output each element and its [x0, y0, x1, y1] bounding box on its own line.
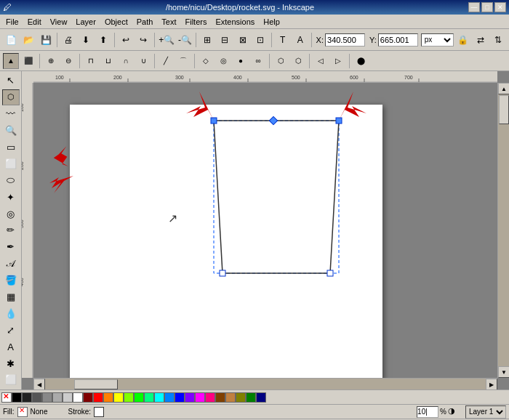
calligraphy-tool[interactable]: 𝒜	[2, 256, 20, 272]
x-input[interactable]	[325, 33, 365, 47]
color-yellow-green[interactable]	[124, 392, 134, 403]
horizontal-scrollbar[interactable]: ◀ ▶	[33, 378, 497, 389]
color-cyan[interactable]	[154, 392, 164, 403]
open-button[interactable]: 📂	[20, 31, 36, 49]
stroke-indicator[interactable]	[94, 407, 104, 417]
menu-item-help[interactable]: Help	[259, 16, 284, 28]
scroll-thumb-vertical[interactable]	[499, 95, 509, 124]
tweak-tool[interactable]: 〰	[2, 106, 20, 122]
undo-button[interactable]: ↩	[118, 31, 134, 49]
break-nodes-button[interactable]: ⊔	[100, 53, 116, 69]
delete-segment-button[interactable]: ∪	[135, 53, 151, 69]
spray-tool[interactable]: ✱	[2, 355, 20, 371]
redo-button[interactable]: ↪	[135, 31, 151, 49]
tb-icon-2[interactable]: ⊟	[217, 31, 233, 49]
eraser-tool[interactable]: ⬜	[2, 372, 20, 388]
tb-icon-4[interactable]: ⊡	[252, 31, 268, 49]
scroll-up-button[interactable]: ▲	[498, 83, 509, 94]
join-nodes-button[interactable]: ⊓	[83, 53, 99, 69]
color-gray1[interactable]	[22, 392, 32, 403]
fill-indicator[interactable]: ✕	[17, 407, 28, 417]
auto-smooth-button[interactable]: ∞	[250, 53, 266, 69]
color-gray5[interactable]	[63, 392, 73, 403]
lock-ratio-button[interactable]: 🔒	[455, 31, 471, 49]
zoom-in-button[interactable]: +🔍	[158, 31, 175, 49]
scroll-left-button[interactable]: ◀	[33, 379, 45, 389]
symmetric-node-button[interactable]: ●	[233, 53, 249, 69]
retract-button[interactable]: ◁	[313, 53, 329, 69]
curved-seg-button[interactable]: ⌒	[175, 53, 191, 69]
color-teal[interactable]	[144, 392, 154, 403]
scroll-track-vertical[interactable]	[498, 94, 509, 366]
tb-icon-1[interactable]: ⊞	[199, 31, 215, 49]
color-magenta[interactable]	[195, 392, 205, 403]
eyedropper-tool[interactable]: 💧	[2, 305, 20, 321]
node-select-all-button[interactable]: ⬛	[20, 53, 36, 69]
menu-item-edit[interactable]: Edit	[23, 16, 46, 28]
color-navy[interactable]	[256, 392, 266, 403]
color-yellow[interactable]	[113, 392, 124, 403]
color-red[interactable]	[93, 392, 103, 403]
zoom-tool[interactable]: 🔍	[2, 123, 20, 139]
color-orange[interactable]	[103, 392, 113, 403]
text-tool[interactable]: A	[2, 339, 20, 355]
color-tan[interactable]	[225, 392, 236, 403]
save-button[interactable]: 💾	[38, 31, 54, 49]
menu-item-filters[interactable]: Filters	[181, 16, 212, 28]
color-purple[interactable]	[185, 392, 195, 403]
flip-h-button[interactable]: ⇄	[473, 31, 489, 49]
canvas-area[interactable]: 100 200 300 400 500 600 700 100 200	[22, 71, 509, 389]
menu-item-path[interactable]: Path	[132, 16, 158, 28]
color-black[interactable]	[12, 392, 22, 403]
flip-v-button[interactable]: ⇅	[490, 31, 506, 49]
minimize-button[interactable]: —	[468, 2, 480, 12]
ellipse-tool[interactable]: ⬭	[2, 172, 20, 188]
tb-icon-6[interactable]: A	[292, 31, 308, 49]
opacity-input[interactable]	[417, 406, 438, 418]
align-v-button[interactable]: ⬡	[290, 53, 306, 69]
align-h-button[interactable]: ⬡	[273, 53, 289, 69]
scroll-down-button[interactable]: ▼	[498, 366, 509, 378]
shape-canvas[interactable]: ↗	[33, 83, 497, 378]
node-select-button[interactable]: ▲	[3, 53, 19, 69]
color-gray4[interactable]	[52, 392, 63, 403]
bucket-tool[interactable]: 🪣	[2, 272, 20, 288]
color-gray3[interactable]	[42, 392, 52, 403]
new-button[interactable]: 📄	[3, 31, 19, 49]
scroll-track-horizontal[interactable]	[45, 379, 486, 389]
menu-item-view[interactable]: View	[46, 16, 72, 28]
connector-tool[interactable]: ⤢	[2, 322, 20, 338]
print-button[interactable]: 🖨	[60, 31, 76, 49]
color-green[interactable]	[134, 392, 144, 403]
maximize-button[interactable]: □	[481, 2, 493, 12]
menu-item-extensions[interactable]: Extensions	[211, 16, 259, 28]
color-olive[interactable]	[236, 392, 246, 403]
color-white[interactable]	[73, 392, 83, 403]
tb-icon-3[interactable]: ⊠	[234, 31, 250, 49]
straight-seg-button[interactable]: ╱	[158, 53, 174, 69]
node-top-center[interactable]	[269, 116, 277, 124]
gradient-tool[interactable]: ▦	[2, 289, 20, 305]
menu-item-text[interactable]: Text	[157, 16, 180, 28]
pencil-tool[interactable]: ✏	[2, 222, 20, 238]
node-bottom-right[interactable]	[327, 270, 333, 276]
color-brown[interactable]	[215, 392, 225, 403]
node-bottom-left[interactable]	[220, 270, 225, 276]
star-tool[interactable]: ✦	[2, 189, 20, 205]
unit-select[interactable]: px mm in	[421, 33, 454, 47]
box3d-tool[interactable]: ⬜	[2, 156, 20, 171]
color-none[interactable]: ✕	[1, 392, 12, 403]
layer-select[interactable]: Layer 1	[465, 405, 506, 419]
menu-item-layer[interactable]: Layer	[71, 16, 100, 28]
opacity-icon[interactable]: ◑	[448, 406, 460, 418]
extend-button[interactable]: ▷	[330, 53, 346, 69]
color-gray2[interactable]	[32, 392, 42, 403]
rect-tool[interactable]: ▭	[2, 140, 20, 156]
color-blue[interactable]	[175, 392, 185, 403]
menu-item-object[interactable]: Object	[100, 16, 132, 28]
menu-item-file[interactable]: File	[1, 16, 23, 28]
scroll-right-button[interactable]: ▶	[486, 379, 497, 389]
selector-tool[interactable]: ↖	[2, 73, 20, 89]
smooth-node-button[interactable]: ◎	[215, 53, 231, 69]
spiral-tool[interactable]: ◎	[2, 206, 20, 222]
